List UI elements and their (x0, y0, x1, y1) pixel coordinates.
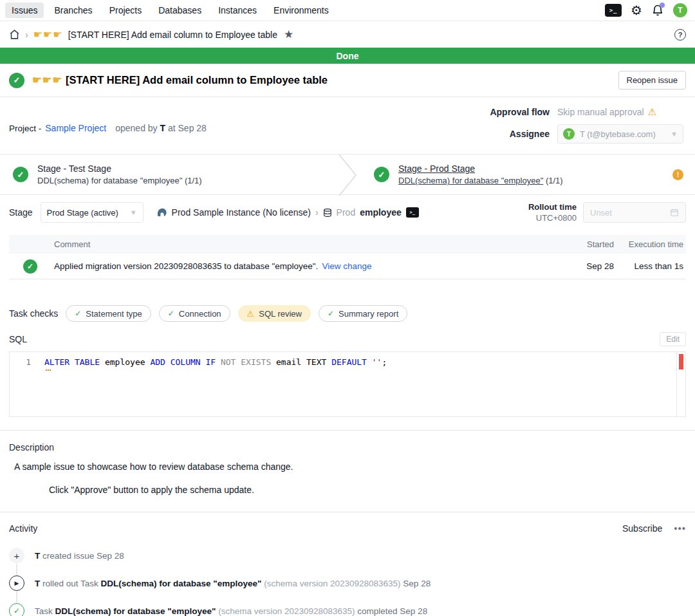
rollout-timezone: UTC+0800 (528, 213, 577, 223)
editor-line-number: 1 (10, 352, 39, 416)
table-row[interactable]: ✓ Applied migration version 202309280836… (9, 254, 686, 279)
check-statement-type[interactable]: ✓ Statement type (66, 305, 151, 322)
rollout-play-icon: ▶ (9, 575, 24, 591)
activity-item: ✓ Task DDL(schema) for database "employe… (9, 603, 686, 616)
project-line: Project - Sample Project opened by T at … (9, 106, 207, 144)
activity-user: T (35, 579, 40, 588)
breadcrumb-hands-emoji: ☛☛☛ (33, 28, 63, 41)
notifications-bell-icon[interactable] (651, 4, 664, 17)
stage-test[interactable]: ✓ Stage - Test Stage DDL(schema) for dat… (0, 154, 334, 194)
meta-grid: Approval flow Skip manual approval ⚠ Ass… (490, 106, 686, 144)
task-execution-time: Less than 1s (624, 261, 683, 271)
stage-strip: ✓ Stage - Test Stage DDL(schema) for dat… (0, 154, 695, 195)
status-banner: Done (0, 48, 695, 64)
opened-by-text: opened by T at Sep 28 (115, 123, 207, 133)
chevron-down-icon: ▼ (671, 130, 678, 138)
stage-test-name: Stage - Test Stage (37, 163, 202, 174)
task-success-check-icon: ✓ (23, 259, 37, 274)
check-success-icon: ✓ (75, 309, 81, 318)
help-icon[interactable]: ? (674, 29, 686, 41)
nav-branches[interactable]: Branches (48, 3, 98, 18)
created-plus-icon: + (9, 548, 24, 563)
activity-connector (16, 564, 17, 575)
activity-item: ▶ T rolled out Task DDL(schema) for data… (9, 575, 686, 591)
stage-prod-name[interactable]: Stage - Prod Stage (398, 163, 563, 174)
task-comment: Applied migration version 20230928083635… (37, 261, 579, 271)
breadcrumb: › ☛☛☛ [START HERE] Add email column to E… (0, 21, 695, 48)
reopen-issue-button[interactable]: Reopen issue (618, 71, 687, 89)
check-success-icon: ✓ (328, 309, 334, 318)
stage-select-label: Stage (9, 207, 33, 218)
postgres-icon (156, 208, 167, 218)
check-success-icon: ✓ (168, 309, 174, 318)
database-name[interactable]: employee (360, 207, 402, 218)
database-icon (323, 208, 332, 218)
more-options-icon[interactable]: ••• (674, 523, 686, 534)
breadcrumb-issue-title[interactable]: [START HERE] Add email column to Employe… (68, 30, 277, 40)
sql-statement[interactable]: ALTER TABLE employee ADD COLUMN IF NOT E… (39, 352, 676, 416)
task-started: Sep 28 (579, 261, 614, 271)
assignee-label: Assignee (510, 129, 550, 139)
rollout-time-value: Unset (590, 208, 612, 218)
check-label: Summary report (338, 309, 398, 319)
issue-title-text: [START HERE] Add email column to Employe… (66, 74, 328, 86)
approval-flow-value: Skip manual approval ⚠ (557, 106, 686, 118)
nav-issues[interactable]: Issues (5, 3, 44, 18)
rollout-time-group: Rollout time UTC+0800 Unset (528, 202, 686, 223)
stage-select-value: Prod Stage (active) (47, 208, 118, 218)
top-nav: Issues Branches Projects Databases Insta… (0, 0, 695, 21)
nav-environments[interactable]: Environments (267, 3, 335, 18)
rollout-time-input[interactable]: Unset (583, 202, 686, 223)
notification-dot (660, 3, 665, 8)
sql-editor-terminal-icon[interactable]: >_ (605, 4, 622, 17)
check-sql-review[interactable]: ⚠ SQL review (238, 305, 311, 322)
activity-task: DDL(schema) for database "employee" (55, 606, 216, 616)
sql-section-header: SQL Edit (0, 332, 695, 346)
sql-editor[interactable]: 1 ALTER TABLE employee ADD COLUMN IF NOT… (9, 351, 686, 417)
nav-projects[interactable]: Projects (103, 3, 149, 18)
issue-header: ✓ ☛☛☛ [START HERE] Add email column to E… (0, 64, 695, 97)
editor-overview-ruler[interactable] (676, 352, 685, 416)
stage-attention-icon: ! (672, 169, 683, 180)
assignee-select[interactable]: T T (t@bytebase.com) ▼ (557, 124, 683, 144)
approval-warning-icon[interactable]: ⚠ (648, 106, 656, 118)
task-checks: Task checks ✓ Statement type ✓ Connectio… (0, 305, 695, 322)
check-summary-report[interactable]: ✓ Summary report (319, 305, 407, 322)
user-avatar[interactable]: T (673, 3, 687, 17)
settings-gear-icon[interactable]: ⚙ (631, 4, 642, 17)
star-icon[interactable]: ★ (284, 28, 293, 41)
sql-token: TEXT (306, 357, 331, 367)
activity-label: Activity (9, 523, 37, 534)
check-label: Connection (179, 309, 221, 319)
stage-prod-task[interactable]: DDL(schema) for database "employee" (1/1… (398, 176, 563, 185)
sql-edit-button[interactable]: Edit (660, 332, 686, 346)
instance-name[interactable]: Prod Sample Instance (No license) (172, 207, 311, 218)
nav-databases[interactable]: Databases (152, 3, 208, 18)
stage-select[interactable]: Prod Stage (active) ▼ (41, 202, 144, 223)
nav-instances[interactable]: Instances (212, 3, 263, 18)
rollout-time-label: Rollout time (528, 202, 577, 212)
stage-prod[interactable]: ✓ Stage - Prod Stage DDL(schema) for dat… (361, 154, 695, 194)
sql-token: NOT EXISTS (221, 357, 276, 367)
assignee-avatar: T (563, 128, 575, 140)
activity-item: + T created issue Sep 28 (9, 548, 686, 563)
subscribe-button[interactable]: Subscribe (622, 523, 662, 534)
task-checks-label: Task checks (9, 308, 58, 319)
sql-token: IF (205, 357, 220, 367)
breadcrumb-separator: › (315, 207, 319, 218)
description-text: Click "Approve" button to apply the sche… (49, 485, 686, 495)
sql-token: email (276, 357, 306, 367)
activity-meta: (schema version 20230928083635) (261, 579, 400, 588)
activity-task: DDL(schema) for database "employee" (101, 579, 262, 588)
check-connection[interactable]: ✓ Connection (159, 305, 230, 322)
view-change-link[interactable]: View change (322, 261, 371, 271)
project-label: Project - (9, 124, 41, 133)
open-sql-editor-icon[interactable]: >_ (406, 207, 419, 218)
home-icon[interactable] (9, 29, 20, 40)
title-hands-emoji: ☛☛☛ (32, 74, 62, 86)
project-link[interactable]: Sample Project (45, 123, 106, 133)
col-execution-time: Execution time (624, 239, 683, 249)
issue-title: ☛☛☛ [START HERE] Add email column to Emp… (32, 74, 328, 86)
stage-chevron-separator (334, 154, 361, 196)
activity-list: + T created issue Sep 28 ▶ T rolled out … (9, 548, 686, 616)
